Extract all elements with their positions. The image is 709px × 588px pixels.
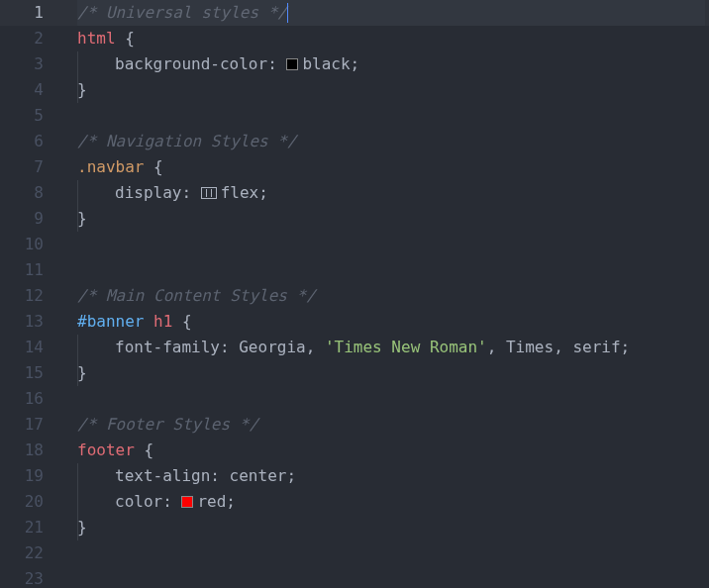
code-line[interactable]: /* Footer Styles */ (77, 412, 705, 438)
code-line[interactable]: font-family: Georgia, 'Times New Roman',… (77, 335, 705, 360)
token-punc: : (220, 338, 239, 356)
line-number: 11 (0, 257, 44, 283)
line-number: 1 (0, 0, 44, 26)
token-prop: background-color (115, 54, 267, 73)
code-line[interactable] (77, 566, 705, 588)
line-number: 15 (0, 360, 44, 386)
line-number: 4 (0, 77, 44, 103)
token-comment: /* Universal styles */ (77, 3, 287, 22)
token-comment: /* Main Content Styles */ (77, 286, 316, 305)
text-cursor (287, 3, 288, 23)
code-line[interactable]: text-align: center; (77, 463, 705, 489)
token-punc (144, 312, 153, 331)
code-line[interactable]: /* Universal styles */ (77, 0, 705, 26)
token-punc (116, 29, 126, 48)
code-line[interactable]: } (77, 77, 705, 103)
code-line[interactable] (77, 540, 705, 566)
indent-guide (77, 360, 78, 386)
line-number: 17 (0, 412, 44, 438)
code-line[interactable] (77, 386, 705, 412)
code-line[interactable]: color: red; (77, 489, 705, 515)
token-value: serif (572, 338, 620, 356)
token-prop: display (115, 183, 181, 202)
code-area[interactable]: /* Universal styles */html {background-c… (61, 0, 709, 588)
token-punc (172, 312, 182, 331)
token-prop: font-family (115, 338, 220, 356)
token-punc: : (181, 183, 200, 202)
token-tag: html (77, 29, 116, 48)
indent-guide (77, 515, 78, 540)
code-editor[interactable]: 1234567891011121314151617181920212223 /*… (0, 0, 709, 588)
indent-guide (77, 180, 78, 206)
code-line[interactable] (77, 103, 705, 129)
token-brace: { (144, 441, 153, 459)
line-number: 12 (0, 283, 44, 309)
line-number: 6 (0, 129, 44, 154)
token-value: flex (221, 183, 259, 202)
line-number: 23 (0, 566, 44, 588)
token-value: Times (506, 338, 554, 356)
token-prop: text-align (115, 466, 210, 485)
token-string: 'Times New Roman' (325, 338, 487, 356)
line-number: 22 (0, 540, 44, 566)
line-number: 8 (0, 180, 44, 206)
line-number: 18 (0, 438, 44, 463)
line-number: 13 (0, 309, 44, 335)
code-line[interactable]: #banner h1 { (77, 309, 705, 335)
token-punc: ; (226, 492, 236, 511)
token-value: center (230, 466, 287, 485)
color-swatch-icon (286, 58, 298, 70)
token-punc: ; (258, 183, 268, 202)
token-punc: ; (286, 466, 296, 485)
code-line[interactable]: .navbar { (77, 154, 705, 180)
token-punc (144, 157, 153, 176)
token-class: .navbar (77, 157, 144, 176)
token-punc: , (306, 338, 325, 356)
line-number: 19 (0, 463, 44, 489)
line-number: 10 (0, 232, 44, 257)
line-number: 7 (0, 154, 44, 180)
code-line[interactable]: background-color: black; (77, 51, 705, 77)
code-line[interactable]: /* Navigation Styles */ (77, 129, 705, 154)
token-comment: /* Footer Styles */ (77, 415, 258, 434)
token-punc (135, 441, 145, 459)
indent-guide (77, 51, 78, 77)
token-punc: , (487, 338, 506, 356)
token-prop: color (115, 492, 162, 511)
code-line[interactable]: footer { (77, 438, 705, 463)
flex-layout-icon (201, 187, 217, 199)
token-value: Georgia (239, 338, 305, 356)
line-number: 16 (0, 386, 44, 412)
code-line[interactable]: } (77, 515, 705, 540)
token-brace: } (77, 209, 87, 228)
code-line[interactable]: } (77, 360, 705, 386)
token-punc: : (210, 466, 229, 485)
code-line[interactable]: } (77, 206, 705, 232)
token-punc: : (162, 492, 181, 511)
indent-guide (77, 489, 78, 515)
token-brace: { (182, 312, 192, 331)
color-swatch-icon (181, 496, 193, 508)
indent-guide (77, 77, 78, 103)
token-punc: , (554, 338, 572, 356)
line-number: 14 (0, 335, 44, 360)
indent-guide (77, 463, 78, 489)
token-brace: { (125, 29, 135, 48)
code-line[interactable] (77, 232, 705, 257)
token-tag: footer (77, 441, 135, 459)
code-line[interactable]: html { (77, 26, 705, 51)
indent-guide (77, 335, 78, 360)
token-tag: h1 (153, 312, 172, 331)
token-brace: } (77, 363, 87, 382)
token-value: black (302, 54, 350, 73)
line-number-gutter: 1234567891011121314151617181920212223 (0, 0, 61, 588)
code-line[interactable]: display: flex; (77, 180, 705, 206)
code-line[interactable]: /* Main Content Styles */ (77, 283, 705, 309)
line-number: 20 (0, 489, 44, 515)
line-number: 5 (0, 103, 44, 129)
line-number: 9 (0, 206, 44, 232)
line-number: 21 (0, 515, 44, 540)
token-punc: ; (351, 54, 360, 73)
code-line[interactable] (77, 257, 705, 283)
token-punc: : (267, 54, 286, 73)
